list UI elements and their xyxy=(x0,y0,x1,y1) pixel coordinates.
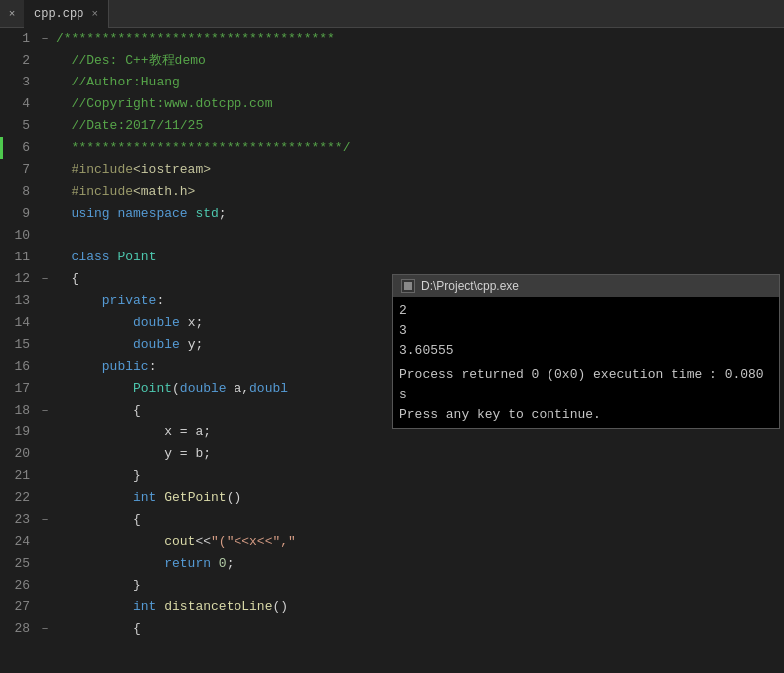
line-number: 16 xyxy=(0,356,30,378)
console-output-line: 3 xyxy=(399,321,773,341)
code-token: { xyxy=(56,403,141,418)
code-token xyxy=(56,599,133,614)
line-number: 3 xyxy=(0,72,30,93)
code-token: return xyxy=(164,556,211,571)
window-close-x[interactable]: × xyxy=(4,6,20,22)
code-line: } xyxy=(56,575,784,596)
code-line: cout<<"("<<x<<"," xyxy=(56,531,784,553)
console-overlay[interactable]: D:\Project\cpp.exe 233.60555Process retu… xyxy=(392,274,780,429)
tab-close-button[interactable]: × xyxy=(91,8,98,20)
code-token: { xyxy=(56,621,141,636)
fold-indicator xyxy=(38,72,52,93)
code-token: //Des: C++教程demo xyxy=(56,53,206,68)
code-token: ; xyxy=(219,206,227,221)
code-token xyxy=(56,359,102,374)
code-line: { xyxy=(56,618,784,640)
line-number: 7 xyxy=(0,159,30,181)
code-token: x = a; xyxy=(56,424,211,439)
fold-indicator xyxy=(38,378,52,400)
line-number: 22 xyxy=(0,487,30,509)
code-token: : xyxy=(149,359,157,374)
code-token: { xyxy=(56,271,78,286)
code-line: class Point xyxy=(56,247,784,268)
code-token: << xyxy=(195,534,211,549)
code-token: a, xyxy=(227,381,249,396)
tab-label: cpp.cpp xyxy=(34,7,83,21)
code-token: //Author:Huang xyxy=(56,75,180,89)
tab-cpp[interactable]: cpp.cpp × xyxy=(24,0,109,28)
fold-indicator[interactable]: − xyxy=(38,618,52,640)
code-token xyxy=(56,337,133,352)
code-line: return 0; xyxy=(56,553,784,575)
fold-indicator xyxy=(38,247,52,268)
code-token: class xyxy=(56,250,110,264)
line-number: 24 xyxy=(0,531,30,553)
code-token xyxy=(56,381,133,396)
fold-indicator xyxy=(38,181,52,203)
line-number: 11 xyxy=(0,247,30,268)
code-token: cout xyxy=(164,534,195,549)
code-token: double xyxy=(133,337,180,352)
code-token: /*********************************** xyxy=(56,31,335,46)
fold-indicator xyxy=(38,443,52,465)
fold-indicator xyxy=(38,575,52,596)
fold-indicator[interactable]: − xyxy=(38,509,52,531)
code-token: 0 xyxy=(219,556,227,571)
code-token xyxy=(211,556,219,571)
code-line: //Date:2017/11/25 xyxy=(56,115,784,137)
code-line: y = b; xyxy=(56,443,784,465)
console-icon xyxy=(401,279,415,293)
line-number: 15 xyxy=(0,334,30,356)
code-line: { xyxy=(56,509,784,531)
code-token: "("<<x<<"," xyxy=(211,534,296,549)
code-token: ; xyxy=(227,556,235,571)
fold-indicator[interactable]: − xyxy=(38,28,52,50)
fold-indicator xyxy=(38,421,52,443)
code-token xyxy=(56,490,133,505)
line-number: 2 xyxy=(0,50,30,72)
code-line: /*********************************** xyxy=(56,28,784,50)
line-number: 8 xyxy=(0,181,30,203)
code-token: #include xyxy=(56,184,133,199)
fold-indicator xyxy=(38,50,52,72)
code-token xyxy=(56,315,133,330)
code-token: int xyxy=(133,599,156,614)
code-line: //Author:Huang xyxy=(56,72,784,93)
code-line: int GetPoint() xyxy=(56,487,784,509)
code-line: } xyxy=(56,465,784,487)
code-token: //Copyright:www.dotcpp.com xyxy=(56,96,272,111)
fold-indicator xyxy=(38,596,52,618)
line-number: 5 xyxy=(0,115,30,137)
fold-gutter: −−−−− xyxy=(38,28,52,673)
code-token: public xyxy=(102,359,149,374)
code-token: ( xyxy=(172,381,180,396)
fold-indicator xyxy=(38,531,52,553)
code-line: #include<math.h> xyxy=(56,181,784,203)
code-token: #include xyxy=(56,162,133,177)
fold-indicator xyxy=(38,225,52,247)
fold-indicator xyxy=(38,465,52,487)
line-number: 21 xyxy=(0,465,30,487)
fold-indicator xyxy=(38,334,52,356)
line-number: 25 xyxy=(0,553,30,575)
line-number: 18 xyxy=(0,400,30,421)
fold-indicator xyxy=(38,203,52,225)
fold-indicator xyxy=(38,312,52,334)
code-line xyxy=(56,225,784,247)
code-token: ; xyxy=(195,337,203,352)
code-line: //Copyright:www.dotcpp.com xyxy=(56,93,784,115)
fold-indicator[interactable]: − xyxy=(38,400,52,421)
line-number: 26 xyxy=(0,575,30,596)
editor-container: 1234567891011121314151617181920212223242… xyxy=(0,28,784,673)
line-numbers: 1234567891011121314151617181920212223242… xyxy=(0,28,38,673)
line-number: 4 xyxy=(0,93,30,115)
code-token: using xyxy=(56,206,110,221)
svg-rect-0 xyxy=(404,282,412,290)
console-process-line: Process returned 0 (0x0) execution time … xyxy=(399,365,773,405)
code-token xyxy=(180,315,188,330)
fold-indicator[interactable]: − xyxy=(38,268,52,290)
code-token: : xyxy=(156,293,164,308)
code-token: std xyxy=(195,206,218,221)
line-number: 28 xyxy=(0,618,30,640)
code-token xyxy=(180,337,188,352)
